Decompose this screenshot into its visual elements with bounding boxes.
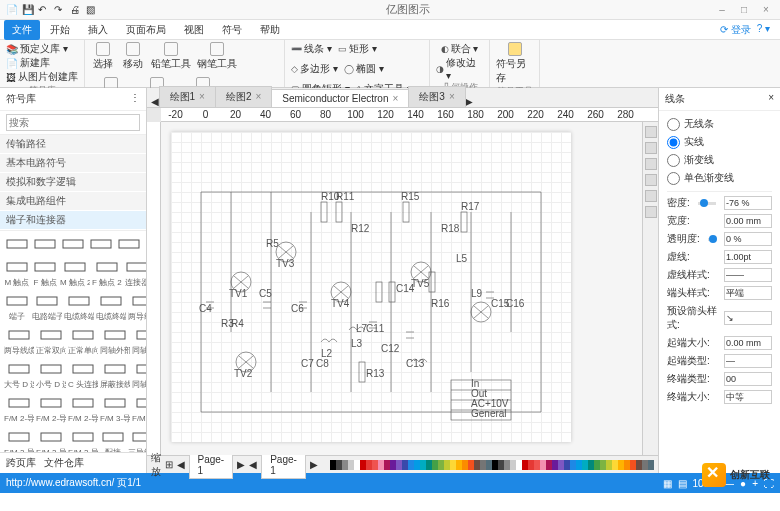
ribbon-item[interactable]: ◯椭圆 ▾ xyxy=(344,62,384,76)
shape-item[interactable]: F/M 3-导… xyxy=(132,394,146,424)
shape-item[interactable] xyxy=(32,235,58,254)
shape-item[interactable]: 同轴接线座/… xyxy=(132,360,146,390)
shape-item[interactable]: M 触点 2 xyxy=(60,258,90,288)
login-link[interactable]: ⟳ 登录 xyxy=(720,23,751,37)
shape-item[interactable]: F/M 3-导… xyxy=(36,428,66,452)
prop-input[interactable] xyxy=(724,311,772,325)
ribbon-item[interactable]: 📚预定义库 ▾ xyxy=(6,42,68,56)
qat-icon[interactable]: ↶ xyxy=(38,4,50,16)
radio[interactable] xyxy=(667,154,680,167)
line-type-option[interactable]: 单色渐变线 xyxy=(667,169,772,187)
footer-tab[interactable]: 文件仓库 xyxy=(44,456,84,470)
menu-tab-file[interactable]: 文件 xyxy=(4,20,40,40)
category-item[interactable]: 基本电路符号 xyxy=(0,154,146,173)
shape-item[interactable]: 两导线缠绕 xyxy=(128,292,146,322)
shape-item[interactable]: F/M 2-导… xyxy=(36,394,66,424)
tab-prev-icon[interactable]: ◀ xyxy=(151,96,159,107)
menu-tab-view[interactable]: 视图 xyxy=(176,20,212,40)
ribbon-item[interactable]: 📄新建库 xyxy=(6,56,50,70)
doc-tab[interactable]: 绘图3× xyxy=(408,86,465,107)
shape-item[interactable]: 正常双向… xyxy=(36,326,66,356)
close-icon[interactable]: × xyxy=(449,91,455,102)
prop-input[interactable] xyxy=(724,354,772,368)
doc-tab[interactable]: 绘图1× xyxy=(159,86,216,107)
shape-item[interactable]: F/M 3-导… xyxy=(68,428,98,452)
shape-item[interactable]: F/M 3-导… xyxy=(4,428,34,452)
page-nav-icon[interactable]: ◀ xyxy=(177,459,185,470)
menu-tab-help[interactable]: 帮助 xyxy=(252,20,288,40)
vtool-icon[interactable] xyxy=(645,190,657,202)
prop-input[interactable] xyxy=(724,286,772,300)
close-button[interactable]: × xyxy=(756,4,776,15)
prop-input[interactable] xyxy=(724,250,772,264)
page-nav-icon[interactable]: ⊞ xyxy=(165,459,173,470)
shape-item[interactable]: F/M 2-导… xyxy=(68,394,98,424)
shape-item[interactable]: 小号 D 连… xyxy=(36,360,66,390)
panel-menu-icon[interactable]: ⋮ xyxy=(130,92,140,106)
color-swatch[interactable] xyxy=(648,460,654,470)
shape-item[interactable]: 屏蔽接线座/… xyxy=(100,360,130,390)
qat-icon[interactable]: ▧ xyxy=(86,4,98,16)
shape-item[interactable]: F 触点 xyxy=(32,258,58,288)
close-icon[interactable]: × xyxy=(255,91,261,102)
ribbon-item[interactable]: 🖼从图片创建库 xyxy=(6,70,78,84)
line-type-option[interactable]: 渐变线 xyxy=(667,151,772,169)
shape-item[interactable]: C 头连接器 xyxy=(68,360,98,390)
doc-tab[interactable]: Semiconductor Electron× xyxy=(271,89,409,107)
radio[interactable] xyxy=(667,118,680,131)
menu-tab-layout[interactable]: 页面布局 xyxy=(118,20,174,40)
page-nav-icon[interactable]: ▶ xyxy=(237,459,245,470)
canvas[interactable]: TV1TV2TV3TV4TV5C4C5C6C7C8C11C12C13C14C15… xyxy=(161,122,642,455)
ribbon-item[interactable]: ◇多边形 ▾ xyxy=(291,62,338,76)
shape-item[interactable]: 同轴外部… xyxy=(100,326,130,356)
drawing-page[interactable]: TV1TV2TV3TV4TV5C4C5C6C7C8C11C12C13C14C15… xyxy=(171,132,571,442)
close-icon[interactable]: × xyxy=(199,91,205,102)
shape-item[interactable]: 大号 D 连… xyxy=(4,360,34,390)
doc-tab[interactable]: 绘图2× xyxy=(215,86,272,107)
menu-tab-insert[interactable]: 插入 xyxy=(80,20,116,40)
line-type-option[interactable]: 实线 xyxy=(667,133,772,151)
shape-item[interactable]: 电缆终端 xyxy=(64,292,94,322)
shape-item[interactable] xyxy=(88,235,114,254)
shape-item[interactable] xyxy=(60,235,86,254)
footer-tab[interactable]: 跨页库 xyxy=(6,456,36,470)
menu-tab-start[interactable]: 开始 xyxy=(42,20,78,40)
vtool-icon[interactable] xyxy=(645,158,657,170)
prop-input[interactable] xyxy=(724,268,772,282)
menu-tab-symbol[interactable]: 符号 xyxy=(214,20,250,40)
category-item[interactable]: 集成电路组件 xyxy=(0,192,146,211)
close-icon[interactable]: × xyxy=(392,93,398,104)
vtool-icon[interactable] xyxy=(645,174,657,186)
shape-item[interactable] xyxy=(4,235,30,254)
tab-next-icon[interactable]: ▶ xyxy=(465,96,473,107)
prop-input[interactable] xyxy=(724,232,772,246)
shape-item[interactable]: F/M 2-导… xyxy=(4,394,34,424)
shape-item[interactable]: 配接 xyxy=(100,428,126,452)
category-item[interactable]: 模拟和数字逻辑 xyxy=(0,173,146,192)
maximize-button[interactable]: □ xyxy=(734,4,754,15)
page-nav-icon[interactable]: ◀ xyxy=(249,459,257,470)
slider[interactable] xyxy=(708,238,716,241)
qat-icon[interactable]: 💾 xyxy=(22,4,34,16)
slider[interactable] xyxy=(698,202,716,205)
minimize-button[interactable]: – xyxy=(712,4,732,15)
ribbon-item[interactable]: 移动 xyxy=(121,42,145,71)
shape-item[interactable]: F/M 3-导… xyxy=(100,394,130,424)
ribbon-item[interactable]: 符号另存 xyxy=(496,42,533,85)
prop-input[interactable] xyxy=(724,372,772,386)
ribbon-item[interactable]: 铅笔工具 xyxy=(151,42,191,71)
ribbon-item[interactable]: 选择 xyxy=(91,42,115,71)
qat-icon[interactable]: 📄 xyxy=(6,4,18,16)
vtool-icon[interactable] xyxy=(645,206,657,218)
ribbon-item[interactable]: ▭矩形 ▾ xyxy=(338,42,377,56)
prop-input[interactable] xyxy=(724,390,772,404)
radio[interactable] xyxy=(667,136,680,149)
view-icon[interactable]: ▦ xyxy=(663,478,672,489)
view-icon[interactable]: ▤ xyxy=(678,478,687,489)
shape-item[interactable]: 电缆终端 xyxy=(96,292,126,322)
shape-item[interactable]: 三导线缆头 xyxy=(128,428,146,452)
category-item[interactable]: 端子和连接器 xyxy=(0,211,146,230)
shape-item[interactable]: 连接器 xyxy=(124,258,146,288)
prop-input[interactable] xyxy=(724,336,772,350)
close-icon[interactable]: × xyxy=(768,92,774,106)
